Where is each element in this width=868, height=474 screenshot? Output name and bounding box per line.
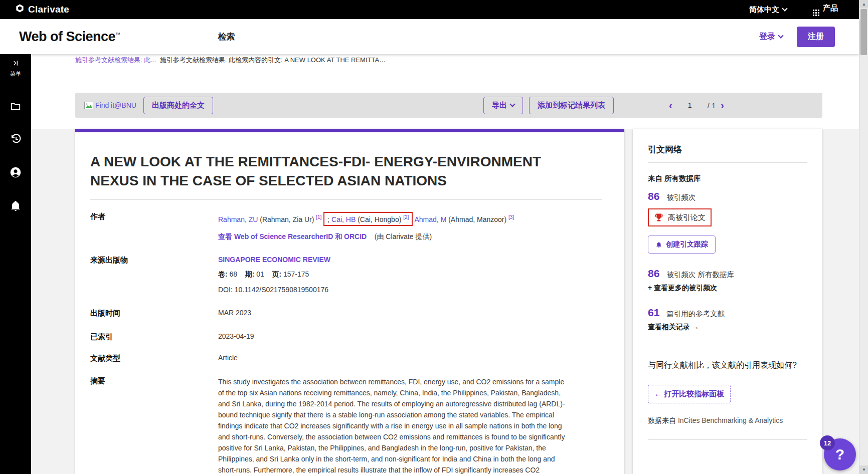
highly-cited-badge: 高被引论文 bbox=[648, 208, 712, 226]
broken-image-icon bbox=[84, 102, 93, 109]
affiliation-ref[interactable]: [1] bbox=[316, 214, 321, 220]
scroll-up-arrow-icon[interactable]: ▲ bbox=[859, 0, 868, 9]
cited-refs-row: 61 篇引用的参考文献 bbox=[648, 307, 807, 319]
marked-list-button[interactable] bbox=[10, 101, 22, 114]
products-menu[interactable]: 产品 bbox=[813, 4, 838, 16]
published-row: 出版时间 MAR 2023 bbox=[90, 309, 602, 318]
nav-search-tab[interactable]: 检索 bbox=[218, 31, 235, 43]
clarivate-logo[interactable]: Clarivate bbox=[15, 4, 69, 16]
indexed-value: 2023-04-19 bbox=[218, 332, 602, 342]
indexed-row: 已索引 2023-04-19 bbox=[90, 332, 602, 342]
affiliation-ref[interactable]: [3] bbox=[508, 214, 514, 220]
author-link[interactable]: Ahmad, M bbox=[415, 215, 447, 223]
all-db-cited-label: 被引频次 所有数据库 bbox=[666, 270, 734, 280]
previous-page-arrow[interactable]: ‹ bbox=[669, 100, 672, 110]
divider bbox=[648, 162, 807, 163]
journal-link[interactable]: SINGAPORE ECONOMIC REVIEW bbox=[218, 256, 330, 264]
left-nav-rail: 菜单 bbox=[0, 54, 31, 474]
citation-network-title: 引文网络 bbox=[648, 144, 807, 155]
source-label: 来源出版物 bbox=[90, 256, 218, 294]
author-link[interactable]: Rahman, ZU bbox=[218, 215, 258, 223]
indexed-label: 已索引 bbox=[90, 332, 218, 342]
affiliation-ref[interactable]: [2] bbox=[403, 214, 409, 220]
help-badge: 12 bbox=[820, 435, 835, 450]
add-to-marked-list-button[interactable]: 添加到标记结果列表 bbox=[529, 97, 614, 114]
language-selector[interactable]: 简体中文 bbox=[749, 5, 787, 15]
doctype-label: 文献类型 bbox=[90, 354, 218, 363]
expand-menu-icon bbox=[11, 60, 20, 69]
scrollbar-thumb[interactable] bbox=[860, 9, 867, 55]
question-mark-icon: ? bbox=[835, 446, 844, 463]
times-cited-label: 被引频次 bbox=[666, 193, 696, 202]
published-value: MAR 2023 bbox=[218, 309, 602, 318]
researcher-id-line: 查看 Web of Science ResearcherID 和 ORCID (… bbox=[218, 232, 602, 242]
chevron-down-icon bbox=[778, 33, 783, 38]
times-cited-row: 86 被引频次 bbox=[648, 190, 807, 202]
all-db-cited-count[interactable]: 86 bbox=[648, 268, 659, 280]
title-divider bbox=[90, 199, 602, 200]
fulltext-publisher-button[interactable]: 出版商处的全文 bbox=[143, 97, 213, 114]
clarivate-mark-icon bbox=[15, 4, 25, 16]
doctype-value: Article bbox=[218, 354, 602, 363]
trophy-icon bbox=[654, 212, 664, 222]
times-cited-count[interactable]: 86 bbox=[648, 190, 659, 202]
cited-refs-count[interactable]: 61 bbox=[648, 307, 659, 319]
person-icon bbox=[9, 166, 22, 179]
page-total: / 1 bbox=[708, 101, 716, 110]
findit-link[interactable]: Find it@BNU bbox=[84, 101, 136, 109]
clarivate-topbar: Clarivate 简体中文 产品 bbox=[0, 0, 859, 19]
create-citation-alert-button[interactable]: 创建引文跟踪 bbox=[648, 235, 716, 254]
page-number-input[interactable] bbox=[677, 101, 703, 110]
author-link[interactable]: Cai, HB bbox=[331, 215, 356, 223]
open-comparison-dashboard-button[interactable]: ← 打开比较指标面板 bbox=[648, 385, 731, 403]
wos-logo[interactable]: Web of Science™ bbox=[19, 29, 120, 45]
register-button[interactable]: 注册 bbox=[797, 27, 835, 47]
folder-icon bbox=[10, 101, 22, 112]
view-more-citations-link[interactable]: + 查看更多的被引频次 bbox=[648, 284, 807, 293]
researcher-id-note: (由 Clarivate 提供) bbox=[375, 232, 432, 241]
citation-scope: 来自 所有数据库 bbox=[648, 174, 807, 183]
cited-refs-label: 篇引用的参考文献 bbox=[666, 309, 725, 319]
vertical-scrollbar[interactable]: ▲ ▼ bbox=[859, 0, 868, 474]
breadcrumb: 施引参考文献检索结果: 此... 施引参考文献检索结果: 此检索内容的引文: A… bbox=[75, 56, 386, 65]
bell-icon bbox=[655, 241, 662, 248]
doctype-row: 文献类型 Article bbox=[90, 354, 602, 363]
doi-line: DOI: 10.1142/S0217590819500176 bbox=[218, 286, 602, 294]
abstract-row: 摘要 This study investigates the associati… bbox=[90, 376, 602, 474]
all-db-cited-row: 86 被引频次 所有数据库 bbox=[648, 268, 807, 280]
clarivate-brand-label: Clarivate bbox=[28, 4, 69, 15]
chevron-down-icon bbox=[509, 101, 515, 107]
breadcrumb-back-link[interactable]: 施引参考文献检索结果: 此... bbox=[75, 56, 156, 64]
authors-label: 作者 bbox=[90, 212, 218, 242]
abstract-text: This study investigates the association … bbox=[218, 376, 572, 474]
menu-expand-button[interactable]: 菜单 bbox=[10, 59, 21, 78]
divider bbox=[648, 347, 807, 347]
history-button[interactable] bbox=[10, 133, 22, 147]
record-toolbar: Find it@BNU 出版商处的全文 导出 添加到标记结果列表 ‹ / 1 › bbox=[75, 93, 822, 118]
alerts-button[interactable] bbox=[10, 200, 22, 214]
peer-comparison-question: 与同行文献相比，该文献的引用表现如何? bbox=[648, 358, 807, 372]
arrow-right-icon: → bbox=[692, 323, 699, 331]
login-menu[interactable]: 登录 bbox=[759, 32, 783, 42]
view-related-records-link[interactable]: 查看相关记录 → bbox=[648, 323, 807, 332]
article-title: A NEW LOOK AT THE REMITTANCES-FDI- ENERG… bbox=[90, 152, 562, 190]
scroll-down-arrow-icon[interactable]: ▼ bbox=[859, 465, 868, 474]
web-of-science-page: Clarivate 简体中文 产品 Web of Science™ 检索 登录 … bbox=[0, 0, 868, 474]
export-button[interactable]: 导出 bbox=[483, 97, 523, 114]
researcher-id-link[interactable]: 查看 Web of Science ResearcherID 和 ORCID bbox=[218, 232, 367, 241]
authors-line: Rahman, ZU (Rahman, Zia Ur) [1] ; Cai, H… bbox=[218, 212, 602, 226]
source-row: 来源出版物 SINGAPORE ECONOMIC REVIEW 卷: 68 期:… bbox=[90, 256, 602, 294]
next-page-arrow[interactable]: › bbox=[721, 100, 724, 110]
data-source-note: 数据来自 InCites Benchmarking & Analytics bbox=[648, 416, 807, 425]
highlighted-author-box: ; Cai, HB (Cai, Hongbo) [2] bbox=[323, 212, 413, 226]
citation-network-panel: 引文网络 来自 所有数据库 86 被引频次 高被引论文 创建引文跟踪 86 被引… bbox=[633, 129, 822, 474]
abstract-label: 摘要 bbox=[90, 376, 218, 474]
menu-label: 菜单 bbox=[10, 70, 21, 78]
record-card: A NEW LOOK AT THE REMITTANCES-FDI- ENERG… bbox=[75, 129, 624, 474]
wos-header: Web of Science™ 检索 登录 注册 bbox=[0, 19, 859, 54]
help-button[interactable]: 12 ? bbox=[824, 438, 856, 470]
highly-cited-label: 高被引论文 bbox=[668, 213, 706, 222]
published-label: 出版时间 bbox=[90, 309, 218, 318]
chevron-down-icon bbox=[782, 6, 787, 11]
account-button[interactable] bbox=[9, 166, 22, 181]
